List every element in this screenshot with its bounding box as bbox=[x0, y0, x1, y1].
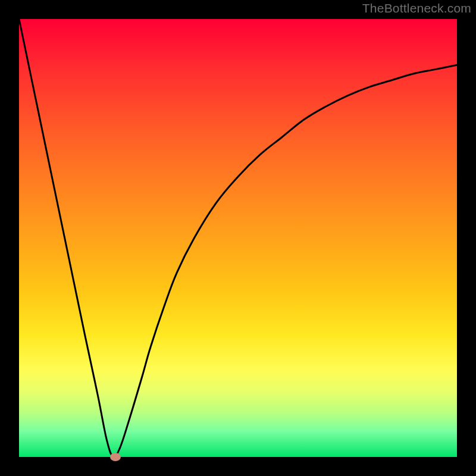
bottleneck-curve bbox=[19, 19, 457, 457]
optimal-point-marker bbox=[110, 453, 121, 461]
chart-frame: TheBottleneck.com bbox=[0, 0, 476, 476]
curve-path bbox=[19, 19, 457, 457]
watermark-text: TheBottleneck.com bbox=[362, 1, 471, 15]
plot-area bbox=[19, 19, 457, 457]
